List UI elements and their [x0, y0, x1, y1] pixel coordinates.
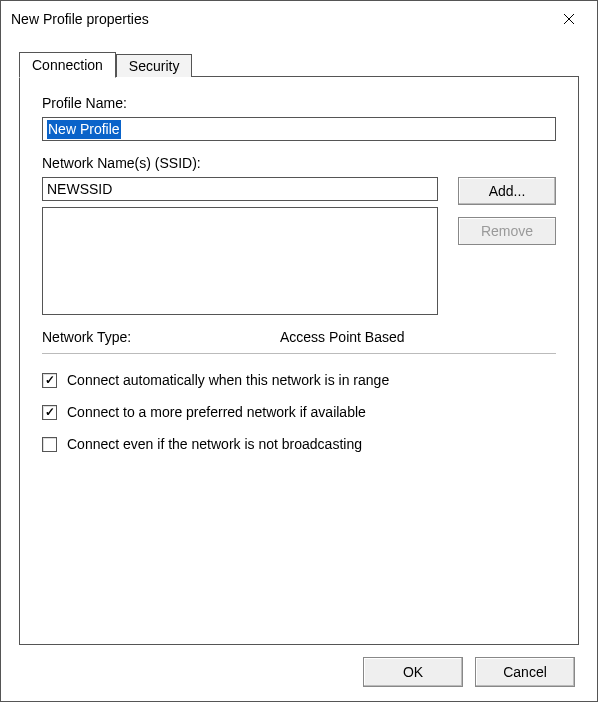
client-area: Connection Security Profile Name: New Pr… [1, 37, 597, 701]
ssid-list[interactable] [42, 207, 438, 315]
dialog-window: New Profile properties Connection Securi… [0, 0, 598, 702]
network-type-value: Access Point Based [280, 329, 405, 345]
ssid-row: Add... Remove [42, 177, 556, 315]
tabstrip: Connection Security [19, 51, 579, 77]
network-type-label: Network Type: [42, 329, 280, 345]
close-icon [563, 13, 575, 25]
check-hidden-row: Connect even if the network is not broad… [42, 436, 556, 452]
check-preferred-row: Connect to a more preferred network if a… [42, 404, 556, 420]
check-hidden[interactable] [42, 437, 57, 452]
network-type-row: Network Type: Access Point Based [42, 329, 556, 345]
cancel-button[interactable]: Cancel [475, 657, 575, 687]
titlebar: New Profile properties [1, 1, 597, 37]
add-button[interactable]: Add... [458, 177, 556, 205]
close-button[interactable] [549, 4, 589, 34]
check-preferred[interactable] [42, 405, 57, 420]
profile-name-value: New Profile [47, 120, 121, 139]
window-title: New Profile properties [11, 11, 549, 27]
remove-button: Remove [458, 217, 556, 245]
check-hidden-label: Connect even if the network is not broad… [67, 436, 362, 452]
ssid-column [42, 177, 438, 315]
tab-security[interactable]: Security [116, 54, 193, 77]
ssid-input[interactable] [42, 177, 438, 201]
check-auto-connect[interactable] [42, 373, 57, 388]
ssid-label: Network Name(s) (SSID): [42, 155, 556, 171]
tabpage-connection: Profile Name: New Profile Network Name(s… [19, 77, 579, 645]
ok-button[interactable]: OK [363, 657, 463, 687]
divider [42, 353, 556, 354]
profile-name-label: Profile Name: [42, 95, 556, 111]
check-preferred-label: Connect to a more preferred network if a… [67, 404, 366, 420]
check-auto-connect-row: Connect automatically when this network … [42, 372, 556, 388]
dialog-footer: OK Cancel [19, 657, 579, 687]
profile-name-input[interactable]: New Profile [42, 117, 556, 141]
tab-connection[interactable]: Connection [19, 52, 116, 78]
check-auto-connect-label: Connect automatically when this network … [67, 372, 389, 388]
